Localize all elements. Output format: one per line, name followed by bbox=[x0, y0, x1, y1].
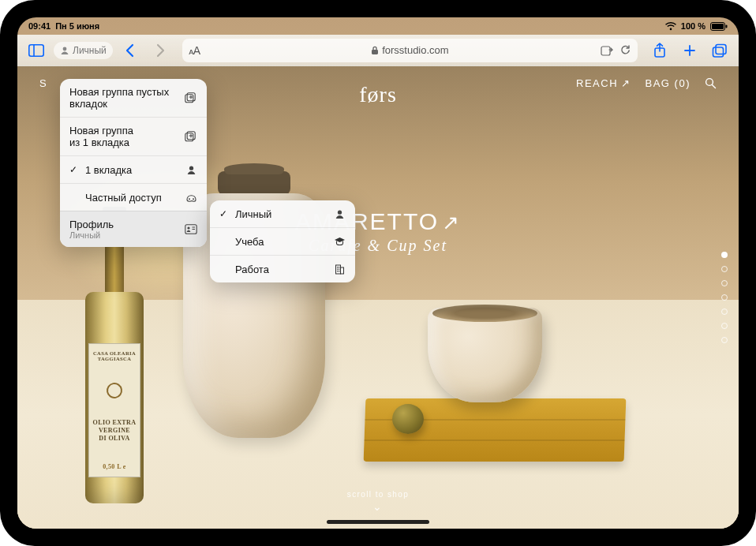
olive-oil-bottle: CASA OLEARIA TAGGIASCA OLIO EXTRA VERGIN… bbox=[82, 213, 147, 513]
status-date: Пн 5 июня bbox=[55, 21, 99, 31]
menu-item-label: вкладок bbox=[69, 98, 169, 110]
text-size-button: ᴀA bbox=[189, 44, 200, 57]
bottle-stamp bbox=[105, 381, 123, 399]
site-nav-left[interactable]: S bbox=[39, 77, 47, 89]
menu-item-label: Частный доступ bbox=[85, 192, 162, 204]
status-time: 09:41 bbox=[28, 21, 51, 31]
profile-card-icon bbox=[185, 223, 197, 236]
arrow-ne-icon: ↗ bbox=[621, 77, 631, 89]
menu-new-empty-group[interactable]: Новая группа пустых вкладок bbox=[60, 79, 207, 117]
menu-item-label: из 1 вкладка bbox=[69, 136, 133, 148]
bottle-line1: OLIO EXTRA bbox=[93, 419, 137, 427]
svg-rect-25 bbox=[335, 265, 340, 274]
menu-item-label: Учеба bbox=[235, 236, 264, 248]
menu-item-label: Личный bbox=[235, 208, 271, 220]
person-icon bbox=[333, 208, 346, 220]
scroll-hint[interactable]: scroll to shop ⌄ bbox=[347, 490, 410, 513]
checkmark-icon: ✓ bbox=[219, 208, 229, 219]
page-dot[interactable] bbox=[721, 323, 728, 329]
svg-point-21 bbox=[187, 226, 189, 229]
tabs-button[interactable] bbox=[707, 38, 732, 63]
bottle-line2: VERGINE bbox=[93, 427, 137, 435]
menu-profile[interactable]: Профиль Личный bbox=[60, 211, 207, 247]
reload-button[interactable] bbox=[619, 44, 631, 56]
svg-rect-28 bbox=[339, 267, 339, 267]
menu-new-group-from-tab[interactable]: Новая группа из 1 вкладка bbox=[60, 117, 207, 155]
bottle-label: CASA OLEARIA TAGGIASCA OLIO EXTRA VERGIN… bbox=[88, 343, 140, 477]
reach-link[interactable]: REACH↗ bbox=[576, 77, 631, 89]
profile-option-work[interactable]: Работа bbox=[210, 255, 355, 282]
profile-pill-label: Личный bbox=[73, 45, 107, 56]
svg-point-24 bbox=[337, 210, 341, 214]
battery-percent: 100 % bbox=[681, 21, 705, 31]
page-dot[interactable] bbox=[721, 337, 728, 343]
forward-button[interactable] bbox=[148, 38, 173, 63]
new-tab-group-icon bbox=[185, 130, 197, 143]
private-icon bbox=[185, 191, 197, 204]
sidebar-toggle-button[interactable] bbox=[24, 38, 49, 63]
svg-rect-2 bbox=[726, 24, 728, 28]
building-icon bbox=[333, 263, 346, 275]
site-logo[interactable]: førs bbox=[359, 82, 397, 107]
person-icon bbox=[185, 163, 197, 176]
svg-rect-9 bbox=[716, 44, 726, 54]
back-button[interactable] bbox=[118, 38, 143, 63]
share-button[interactable] bbox=[647, 38, 672, 63]
svg-rect-1 bbox=[712, 24, 724, 29]
site-search-button[interactable] bbox=[705, 77, 717, 89]
page-dot[interactable] bbox=[721, 280, 728, 286]
svg-point-17 bbox=[189, 166, 193, 170]
svg-rect-7 bbox=[601, 47, 610, 55]
svg-rect-3 bbox=[29, 44, 43, 55]
chevron-down-icon: ⌄ bbox=[347, 500, 410, 513]
svg-rect-10 bbox=[713, 47, 724, 57]
home-indicator[interactable] bbox=[327, 520, 429, 524]
bag-link[interactable]: BAG (0) bbox=[646, 77, 691, 89]
menu-one-tab[interactable]: ✓ 1 вкладка bbox=[60, 155, 207, 183]
page-dot[interactable] bbox=[721, 252, 728, 258]
profile-option-personal[interactable]: ✓ Личный bbox=[210, 200, 355, 227]
screen: 09:41 Пн 5 июня 100 % bbox=[17, 17, 739, 529]
page-dot[interactable] bbox=[721, 266, 728, 272]
extensions-icon[interactable] bbox=[601, 45, 613, 56]
scroll-hint-label: scroll to shop bbox=[347, 490, 410, 499]
menu-item-sublabel: Личный bbox=[69, 230, 114, 240]
checkmark-icon: ✓ bbox=[69, 164, 79, 175]
bottle-brand: CASA OLEARIA TAGGIASCA bbox=[92, 350, 137, 361]
svg-point-5 bbox=[63, 47, 67, 50]
new-tab-button[interactable] bbox=[677, 38, 702, 63]
svg-rect-26 bbox=[340, 267, 343, 274]
menu-item-label: Новая группа bbox=[69, 125, 133, 136]
page-dot[interactable] bbox=[721, 294, 728, 301]
safari-toolbar: Личный ᴀA forsstudio.com bbox=[17, 35, 739, 66]
page-dots[interactable] bbox=[721, 252, 728, 343]
person-icon bbox=[60, 46, 69, 55]
svg-rect-29 bbox=[337, 268, 338, 269]
menu-item-label: Работа bbox=[235, 264, 269, 275]
menu-private[interactable]: Частный доступ bbox=[60, 183, 207, 211]
page-dot[interactable] bbox=[721, 309, 728, 315]
tab-groups-menu: Новая группа пустых вкладок Новая группа… bbox=[60, 79, 207, 247]
arrow-ne-icon: ↗ bbox=[442, 211, 461, 234]
svg-rect-6 bbox=[372, 50, 378, 54]
svg-rect-32 bbox=[339, 271, 339, 271]
cup bbox=[428, 308, 542, 402]
lock-icon bbox=[371, 46, 379, 55]
menu-item-label: 1 вкладка bbox=[85, 164, 132, 176]
bottle-volume: 0,50 L e bbox=[103, 463, 126, 470]
wifi-icon bbox=[665, 22, 676, 31]
new-tab-group-icon bbox=[185, 92, 197, 104]
status-bar: 09:41 Пн 5 июня 100 % bbox=[17, 17, 739, 35]
profile-submenu: ✓ Личный Учеба Работа bbox=[210, 200, 355, 282]
battery-icon bbox=[710, 22, 728, 31]
menu-item-label: Профиль bbox=[69, 219, 114, 230]
svg-rect-30 bbox=[339, 268, 339, 269]
ipad-frame: 09:41 Пн 5 июня 100 % bbox=[0, 0, 756, 546]
profile-pill[interactable]: Личный bbox=[54, 42, 113, 59]
graduation-icon bbox=[333, 235, 346, 248]
profile-option-study[interactable]: Учеба bbox=[210, 227, 355, 255]
address-bar[interactable]: ᴀA forsstudio.com bbox=[182, 39, 638, 62]
svg-rect-27 bbox=[337, 267, 338, 267]
olive bbox=[392, 404, 424, 434]
svg-point-19 bbox=[193, 198, 194, 200]
